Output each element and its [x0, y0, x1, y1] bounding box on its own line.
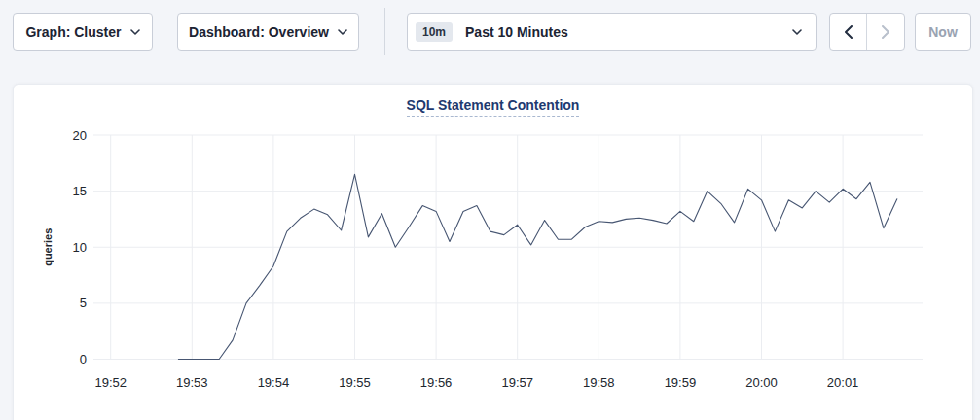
chevron-down-icon: [130, 29, 140, 35]
y-axis-tick-label: 0: [80, 352, 87, 367]
now-button[interactable]: Now: [915, 13, 971, 51]
toolbar: Graph: Cluster Dashboard: Overview 10m P…: [0, 0, 980, 83]
x-axis-tick-label: 19:58: [583, 375, 615, 390]
y-axis-tick-label: 5: [80, 296, 87, 310]
x-axis-tick-label: 19:55: [339, 375, 371, 390]
y-axis-tick-label: 10: [73, 240, 87, 255]
y-axis-label: queries: [42, 228, 54, 266]
x-axis-tick-label: 19:59: [665, 375, 697, 390]
next-time-button[interactable]: [867, 14, 904, 50]
sql-statement-contention-chart[interactable]: 0510152019:5219:5319:5419:5519:5619:5719…: [14, 85, 974, 415]
graph-dropdown-label: Graph: Cluster: [25, 24, 121, 40]
chart-panel: SQL Statement Contention 0510152019:5219…: [13, 84, 973, 420]
time-step-buttons: [829, 13, 905, 51]
toolbar-divider: [384, 8, 385, 55]
chevron-down-icon: [338, 29, 347, 35]
dashboard-dropdown-label: Dashboard: Overview: [189, 24, 329, 40]
x-axis-tick-label: 19:53: [176, 375, 208, 390]
chevron-down-icon: [792, 29, 802, 35]
time-window-badge: 10m: [416, 22, 453, 42]
x-axis-tick-label: 19:54: [258, 375, 290, 390]
series-line: [178, 174, 896, 359]
prev-time-button[interactable]: [830, 14, 867, 50]
x-axis-tick-label: 20:00: [745, 375, 778, 390]
chevron-right-icon: [882, 25, 889, 39]
time-window-label: Past 10 Minutes: [465, 24, 780, 40]
x-axis-tick-label: 19:56: [420, 375, 453, 390]
x-axis-tick-label: 19:57: [501, 375, 533, 390]
time-window-picker[interactable]: 10m Past 10 Minutes: [407, 13, 817, 51]
y-axis-tick-label: 15: [73, 184, 87, 198]
chevron-left-icon: [845, 25, 853, 39]
x-axis-tick-label: 20:01: [827, 375, 859, 390]
graph-dropdown[interactable]: Graph: Cluster: [13, 13, 153, 51]
y-axis-tick-label: 20: [73, 128, 87, 143]
x-axis-tick-label: 19:52: [94, 375, 127, 390]
now-button-label: Now: [928, 24, 958, 40]
dashboard-dropdown[interactable]: Dashboard: Overview: [177, 13, 359, 51]
